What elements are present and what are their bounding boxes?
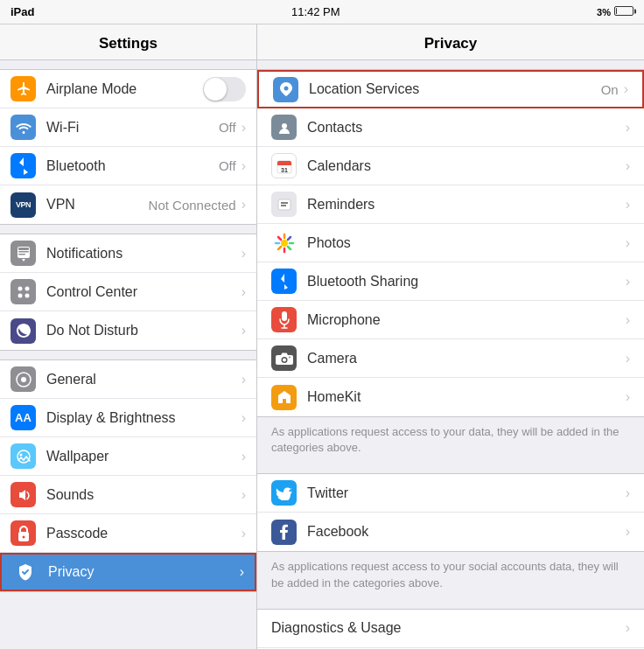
bluetooth-sharing-label: Bluetooth Sharing xyxy=(307,274,626,290)
svg-rect-1 xyxy=(18,248,29,250)
status-bar: iPad 11:42 PM 3% xyxy=(0,0,644,24)
calendars-label: Calendars xyxy=(307,158,626,174)
svg-point-14 xyxy=(284,87,288,91)
calendars-icon: 31 xyxy=(271,153,297,178)
status-device: iPad xyxy=(10,5,34,18)
svg-point-4 xyxy=(18,286,22,290)
location-services-value: On xyxy=(601,82,619,97)
vpn-label: VPN xyxy=(46,197,149,213)
privacy-label: Privacy xyxy=(48,564,240,580)
panel-item-reminders[interactable]: Reminders › xyxy=(257,185,644,224)
bluetooth-value: Off xyxy=(219,158,236,173)
panel-item-location-services[interactable]: Location Services On › xyxy=(257,70,644,108)
wallpaper-label: Wallpaper xyxy=(46,449,242,464)
sidebar: Settings Airplane Mode Wi-Fi Off › xyxy=(0,24,257,649)
microphone-chevron: › xyxy=(626,312,630,328)
vpn-chevron: › xyxy=(242,197,246,213)
do-not-disturb-chevron: › xyxy=(242,323,246,338)
sidebar-item-wallpaper[interactable]: Wallpaper › xyxy=(0,437,256,476)
control-center-icon xyxy=(10,279,36,304)
panel-item-twitter[interactable]: Twitter › xyxy=(257,474,644,513)
svg-point-37 xyxy=(283,358,286,361)
sidebar-item-sounds[interactable]: Sounds › xyxy=(0,476,256,514)
svg-point-11 xyxy=(19,453,22,456)
camera-chevron: › xyxy=(626,351,630,366)
airplane-mode-toggle[interactable] xyxy=(203,77,246,101)
facebook-chevron: › xyxy=(626,524,630,540)
svg-line-29 xyxy=(288,247,290,249)
svg-line-30 xyxy=(288,237,290,240)
panel-item-microphone[interactable]: Microphone › xyxy=(257,301,644,339)
microphone-label: Microphone xyxy=(307,312,626,328)
facebook-label: Facebook xyxy=(307,524,626,540)
sidebar-item-notifications[interactable]: Notifications › xyxy=(0,234,256,273)
sounds-chevron: › xyxy=(242,487,246,503)
general-chevron: › xyxy=(242,372,246,387)
panel-item-homekit[interactable]: HomeKit › xyxy=(257,378,644,416)
sidebar-item-passcode[interactable]: Passcode › xyxy=(0,514,256,553)
sidebar-item-bluetooth[interactable]: Bluetooth Off › xyxy=(0,147,256,185)
svg-point-38 xyxy=(289,356,290,358)
sidebar-item-general[interactable]: General › xyxy=(0,360,256,399)
do-not-disturb-icon xyxy=(10,318,36,344)
camera-icon xyxy=(271,345,297,371)
contacts-chevron: › xyxy=(626,120,630,136)
sidebar-item-privacy[interactable]: Privacy › xyxy=(0,553,256,591)
main-content: Settings Airplane Mode Wi-Fi Off › xyxy=(0,24,644,649)
diagnostics-chevron: › xyxy=(626,620,630,636)
svg-rect-3 xyxy=(18,254,25,255)
privacy-chevron: › xyxy=(240,564,244,580)
reminders-chevron: › xyxy=(626,197,630,213)
bluetooth-icon xyxy=(10,153,36,178)
battery-percent: 3% xyxy=(597,7,611,17)
sidebar-item-wifi[interactable]: Wi-Fi Off › xyxy=(0,108,256,147)
microphone-icon xyxy=(271,307,297,332)
vpn-value: Not Connected xyxy=(149,198,236,213)
panel-title: Privacy xyxy=(257,24,644,60)
panel-item-diagnostics[interactable]: Diagnostics & Usage › xyxy=(257,610,644,648)
bluetooth-label: Bluetooth xyxy=(46,158,219,174)
bluetooth-sharing-chevron: › xyxy=(626,274,630,290)
airplane-mode-label: Airplane Mode xyxy=(46,81,203,97)
twitter-label: Twitter xyxy=(307,485,626,501)
panel-item-bluetooth-sharing[interactable]: Bluetooth Sharing › xyxy=(257,262,644,301)
status-time: 11:42 PM xyxy=(291,5,340,18)
panel-item-contacts[interactable]: Contacts › xyxy=(257,108,644,147)
panel-item-photos[interactable]: Photos › xyxy=(257,224,644,262)
wifi-chevron: › xyxy=(242,120,246,136)
svg-text:31: 31 xyxy=(281,167,288,173)
panel-item-facebook[interactable]: Facebook › xyxy=(257,513,644,551)
wifi-value: Off xyxy=(219,120,236,135)
homekit-icon xyxy=(271,385,297,410)
control-center-label: Control Center xyxy=(46,284,242,300)
sidebar-item-display-brightness[interactable]: AA Display & Brightness › xyxy=(0,399,256,437)
panel-section-social: Twitter › Facebook › xyxy=(257,473,644,552)
location-services-label: Location Services xyxy=(309,81,601,97)
svg-point-7 xyxy=(24,293,29,297)
calendars-chevron: › xyxy=(626,158,630,174)
sidebar-item-vpn[interactable]: VPN VPN Not Connected › xyxy=(0,185,256,224)
sidebar-item-airplane-mode[interactable]: Airplane Mode xyxy=(0,70,256,108)
sidebar-item-do-not-disturb[interactable]: Do Not Disturb › xyxy=(0,311,256,350)
panel-item-camera[interactable]: Camera › xyxy=(257,339,644,378)
panel-item-calendars[interactable]: 31 Calendars › xyxy=(257,147,644,185)
camera-label: Camera xyxy=(307,351,626,366)
location-services-icon xyxy=(273,77,298,102)
battery-icon xyxy=(614,6,634,17)
contacts-icon xyxy=(271,115,297,140)
twitter-chevron: › xyxy=(626,485,630,501)
homekit-chevron: › xyxy=(626,389,630,405)
sidebar-item-control-center[interactable]: Control Center › xyxy=(0,273,256,311)
general-icon xyxy=(10,366,36,392)
svg-rect-2 xyxy=(18,251,29,253)
panel-note-1: As applications request access to your d… xyxy=(257,417,644,464)
notifications-icon xyxy=(10,241,36,266)
passcode-chevron: › xyxy=(242,526,246,541)
location-services-chevron: › xyxy=(624,81,628,97)
passcode-icon xyxy=(10,520,36,546)
wallpaper-chevron: › xyxy=(242,449,246,464)
control-center-chevron: › xyxy=(242,284,246,300)
do-not-disturb-label: Do Not Disturb xyxy=(46,323,242,338)
twitter-icon xyxy=(271,480,297,506)
sidebar-title: Settings xyxy=(0,24,256,60)
